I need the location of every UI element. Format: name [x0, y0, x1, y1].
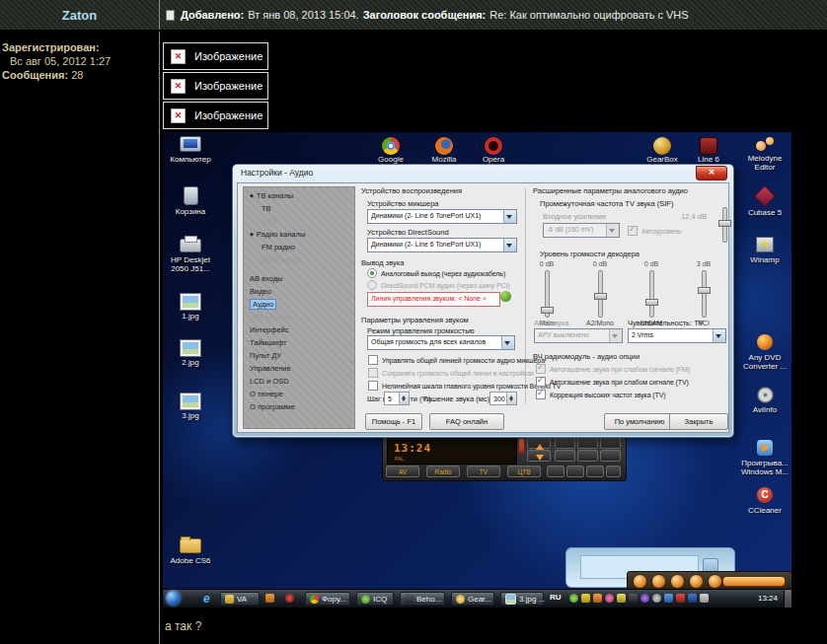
nonlinear-scale-checkbox[interactable]: Нелинейная шкала главного уровня громкос…: [368, 381, 561, 391]
tray-icon[interactable]: [664, 594, 673, 603]
decoder-slider-a2mono[interactable]: 0 dB A2/Mono: [578, 260, 622, 326]
tree-item-av-inputs[interactable]: АВ входы: [244, 272, 354, 285]
tray-icon[interactable]: [581, 594, 590, 603]
autolevel-checkbox[interactable]: Автоуровень: [628, 226, 681, 236]
tray-icon[interactable]: [617, 594, 626, 603]
desktop-icon-recycle-bin[interactable]: Корзина: [163, 186, 218, 216]
slider-thumb[interactable]: [594, 293, 607, 300]
tray-icon[interactable]: [605, 594, 614, 603]
desktop-icon-2jpg[interactable]: 2.jpg: [163, 340, 218, 367]
directsound-device-select[interactable]: Динамики (2- Line 6 TonePort UX1): [367, 238, 517, 252]
tree-item-tv[interactable]: ТВ: [244, 202, 354, 215]
taskbar-button-3jpg[interactable]: 3.jpg ...: [500, 592, 544, 606]
volume-tray-icon[interactable]: [700, 594, 709, 603]
behold-button[interactable]: [600, 450, 621, 462]
help-button[interactable]: Помощь - F1: [365, 413, 422, 430]
tree-item-tv-channels[interactable]: ТВ каналы: [244, 189, 354, 202]
default-button[interactable]: По умолчанию: [604, 413, 675, 430]
volume-step-stepper[interactable]: 5: [384, 392, 410, 405]
sif-gain-slider[interactable]: [708, 204, 741, 245]
agc-select[interactable]: АРУ выключено: [534, 328, 623, 343]
show-desktop-button[interactable]: [784, 590, 791, 608]
tray-icon[interactable]: [652, 594, 661, 603]
behold-button[interactable]: [586, 465, 604, 477]
tray-icon[interactable]: [569, 594, 578, 603]
broken-image-placeholder[interactable]: ✕ Изображение: [163, 72, 268, 100]
tray-icon[interactable]: [593, 594, 602, 603]
tv-button[interactable]: TV: [467, 465, 500, 477]
tree-item-fm-radio[interactable]: FM радио: [244, 241, 354, 253]
hf-correction-checkbox[interactable]: Коррекция высоких частот звука (TV): [536, 390, 666, 399]
desktop-icon-adobe-cs6[interactable]: Adobe CS6: [163, 538, 218, 565]
tree-item-dtv-options[interactable]: ЦТВ опции: [244, 311, 354, 323]
behold-button[interactable]: [555, 450, 575, 462]
behold-button[interactable]: [577, 450, 598, 462]
player-button[interactable]: [689, 574, 704, 589]
desktop-icon-1jpg[interactable]: 1.jpg: [163, 294, 218, 321]
desktop-icon-3jpg[interactable]: 3.jpg: [163, 394, 218, 420]
tree-item-control[interactable]: Управление: [244, 362, 354, 375]
broken-image-placeholder[interactable]: ✕ Изображение: [163, 102, 268, 129]
directsound-pcm-radio[interactable]: DirectSound PCM аудио (через шину PCI): [367, 280, 510, 290]
quick-launch-icon[interactable]: [265, 594, 274, 603]
player-button[interactable]: [651, 574, 666, 589]
taskbar-button-behold[interactable]: Beho...: [400, 592, 445, 606]
internet-explorer-icon[interactable]: e: [203, 592, 210, 606]
behold-button[interactable]: [577, 437, 598, 449]
behold-button[interactable]: [606, 465, 621, 477]
player-button[interactable]: [633, 574, 647, 589]
broken-image-placeholder[interactable]: ✕ Изображение: [163, 42, 268, 70]
desktop-icon-computer[interactable]: Компьютер: [163, 136, 218, 164]
mixer-device-select[interactable]: Динамики (2- Line 6 TonePort UX1): [367, 209, 517, 224]
desktop-icon-wmp[interactable]: Проигрыва... Windows M...: [737, 440, 791, 476]
desktop-icon-cubase[interactable]: Cubase 5: [737, 186, 791, 217]
channel-up-button[interactable]: [527, 437, 551, 449]
input-gain-select[interactable]: -6 dB (160 mV): [543, 223, 620, 238]
automute-tv-checkbox[interactable]: Автогашение звука при слабом сигнале (TV…: [536, 377, 689, 387]
player-button[interactable]: [708, 574, 722, 589]
decoder-slider-main[interactable]: 0 dB Main: [525, 260, 568, 326]
taskbar-button-forum[interactable]: Фору...: [305, 592, 350, 606]
taskbar-button-gearbox[interactable]: Gear...: [451, 592, 494, 606]
desktop-icon-anydvd[interactable]: Any DVD Converter ...: [737, 334, 791, 371]
quick-launch-icon[interactable]: [285, 594, 294, 603]
close-icon[interactable]: ✕: [696, 166, 727, 180]
slider-thumb[interactable]: [645, 299, 658, 306]
post-icon[interactable]: [166, 10, 175, 21]
desktop-icon-opera[interactable]: Opera: [466, 137, 521, 164]
tree-item-audio[interactable]: Аудио: [244, 298, 354, 311]
behold-button[interactable]: [566, 465, 584, 477]
slider-thumb[interactable]: [718, 220, 731, 227]
volume-mode-select[interactable]: Общая громкость для всех каналов: [367, 335, 515, 350]
player-button[interactable]: [670, 574, 685, 589]
language-indicator[interactable]: RU: [550, 593, 562, 602]
taskbar-clock[interactable]: 13:24: [758, 594, 778, 603]
desktop-icon-aviinfo[interactable]: AviInfo: [737, 387, 791, 414]
taskbar-button-icq[interactable]: ICQ: [356, 592, 394, 606]
tree-item-dfm-radio[interactable]: ЦФМ радио: [244, 253, 354, 266]
decoder-slider-pci[interactable]: 3 dB PCI: [682, 260, 725, 326]
faq-button[interactable]: FAQ онлайн: [429, 413, 504, 430]
tree-item-video[interactable]: Видео: [244, 285, 354, 298]
behold-button[interactable]: [600, 437, 621, 449]
automute-fm-checkbox[interactable]: Автогашение звука при слабом сигнале (FM…: [536, 364, 690, 374]
line-picker-icon[interactable]: [500, 291, 511, 302]
tray-icon[interactable]: [676, 594, 685, 603]
slider-thumb[interactable]: [698, 287, 711, 294]
tray-icon[interactable]: [629, 594, 638, 603]
slider-thumb[interactable]: [541, 307, 554, 314]
tree-item-about-tuner[interactable]: О тюнере: [244, 388, 354, 400]
sound-control-line-field[interactable]: Линия управления звуком: < None >: [367, 292, 500, 307]
tree-item-interface[interactable]: Интерфейс: [244, 323, 354, 336]
tray-icon[interactable]: [688, 594, 697, 603]
tree-item-dtv[interactable]: ЦТВ: [244, 215, 354, 228]
player-progress-bar[interactable]: [722, 576, 786, 587]
taskbar-button-va[interactable]: VA: [220, 592, 260, 606]
start-button[interactable]: [166, 591, 181, 606]
dtv-button[interactable]: ЦТВ: [507, 465, 541, 477]
desktop-icon-ccleaner[interactable]: C CCleaner: [737, 487, 791, 515]
desktop-icon-line6[interactable]: Line 6: [681, 137, 736, 164]
master-line-checkbox[interactable]: Управлять общей линией громкости аудио м…: [368, 355, 545, 365]
desktop-icon-printer[interactable]: HP Deskjet 2050 J51...: [163, 239, 218, 273]
av-button[interactable]: AV: [386, 465, 419, 477]
